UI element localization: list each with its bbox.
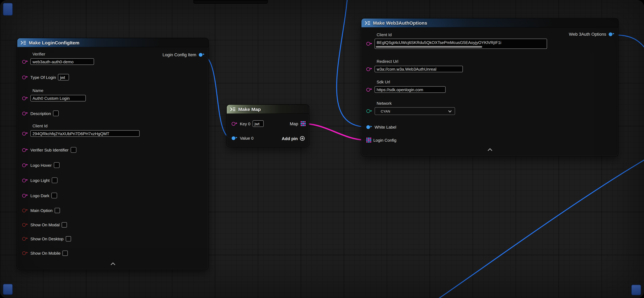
field-label: Login Config <box>373 138 396 142</box>
output-label: Login Config Item <box>162 52 196 57</box>
client-id-value: BEglQSgt4cUWcj6SKRdu5QkOXTsePmMcusG5EAoy… <box>376 40 545 45</box>
white-label-pin[interactable] <box>366 125 373 129</box>
show-on-mobile-checkbox[interactable] <box>63 250 68 256</box>
node-make-web3authoptions[interactable]: Make Web3AuthOptions Web 3Auth Options C… <box>362 18 618 156</box>
description-pin[interactable] <box>22 111 28 116</box>
client-id-pin[interactable] <box>366 42 373 46</box>
node-header[interactable]: Make Map <box>227 105 309 114</box>
network-dropdown[interactable]: CYAN <box>374 107 455 115</box>
sdk-url-pin[interactable] <box>366 87 373 92</box>
output-label: Map <box>290 121 298 126</box>
web3auth-options-out-pin[interactable] <box>608 32 615 36</box>
field-label: Show On Modal <box>30 222 60 227</box>
field-logo-light: Logo Light <box>22 176 57 184</box>
node-make-loginconfigitem[interactable]: Make LoginConfigItem Login Config Item V… <box>17 38 208 270</box>
verifier-pin[interactable] <box>22 60 28 64</box>
key-0-input[interactable] <box>252 120 264 127</box>
chevron-up-icon <box>110 262 115 265</box>
network-selected-value: CYAN <box>381 109 390 113</box>
field-network: Network CYAN <box>366 101 455 115</box>
field-login-config: Login Config <box>366 136 396 144</box>
node-header[interactable]: Make Web3AuthOptions <box>362 18 618 28</box>
show-on-modal-pin[interactable] <box>22 222 28 227</box>
verifier-sub-identifier-input[interactable] <box>70 147 76 153</box>
blueprint-graph-canvas[interactable]: Make LoginConfigItem Login Config Item V… <box>0 0 644 298</box>
field-label: White Label <box>374 125 396 129</box>
show-on-desktop-checkbox[interactable] <box>66 236 71 241</box>
name-pin[interactable] <box>22 96 28 100</box>
field-client-id: Client Id <box>22 124 140 137</box>
redirect-url-input[interactable] <box>374 66 463 72</box>
client-id-scrollbar[interactable] <box>376 46 482 48</box>
client-id-pin[interactable] <box>22 131 28 136</box>
field-label: Type Of Login <box>30 75 56 80</box>
add-pin-button[interactable]: Add pin <box>282 135 305 142</box>
client-id-input[interactable]: BEglQSgt4cUWcj6SKRdu5QkOXTsePmMcusG5EAoy… <box>374 39 547 49</box>
verifier-sub-identifier-pin[interactable] <box>22 148 28 152</box>
node-title: Make Web3AuthOptions <box>373 20 427 25</box>
main-option-checkbox[interactable] <box>54 208 60 213</box>
logo-dark-input[interactable] <box>52 193 57 198</box>
field-show-on-modal: Show On Modal <box>22 221 67 228</box>
field-client-id: Client Id BEglQSgt4cUWcj6SKRdu5QkOXTsePm… <box>366 32 547 49</box>
logo-light-input[interactable] <box>52 177 57 183</box>
field-logo-dark: Logo Dark <box>22 192 57 199</box>
logo-hover-input[interactable] <box>54 162 60 168</box>
field-label: Client Id <box>32 124 140 128</box>
chevron-up-icon <box>487 148 492 151</box>
main-option-pin[interactable] <box>22 208 28 212</box>
show-on-mobile-pin[interactable] <box>22 251 28 255</box>
sdk-url-input[interactable] <box>374 86 446 93</box>
client-id-input[interactable] <box>30 130 140 137</box>
logo-dark-pin[interactable] <box>22 193 28 198</box>
field-label: Logo Hover <box>30 163 52 168</box>
logo-hover-pin[interactable] <box>22 163 28 168</box>
field-label: Network <box>376 101 455 106</box>
offscreen-node-bottom-left[interactable] <box>3 284 12 295</box>
field-label: Redirect Url <box>376 59 463 64</box>
field-main-option: Main Option <box>22 207 60 214</box>
login-config-item-out-pin[interactable] <box>199 52 205 57</box>
field-value-0: Value 0 <box>232 134 254 142</box>
collapse-button[interactable] <box>110 262 116 265</box>
plus-circle-icon <box>300 136 305 141</box>
map-out-pin[interactable] <box>301 121 306 126</box>
show-on-desktop-pin[interactable] <box>22 236 28 241</box>
type-of-login-pin[interactable] <box>22 75 28 80</box>
field-label: Verifier <box>32 52 94 57</box>
field-key-0: Key 0 <box>232 120 264 127</box>
field-logo-hover: Logo Hover <box>22 162 60 169</box>
value-0-pin[interactable] <box>232 136 238 140</box>
output-login-config-item: Login Config Item <box>162 52 205 57</box>
blueprint-editor: Make LoginConfigItem Login Config Item V… <box>0 0 644 298</box>
make-map-icon <box>230 107 236 111</box>
field-label: Main Option <box>30 208 52 212</box>
type-of-login-input[interactable] <box>58 74 69 80</box>
node-header[interactable]: Make LoginConfigItem <box>17 38 208 47</box>
field-show-on-desktop: Show On Desktop <box>22 235 71 242</box>
redirect-url-pin[interactable] <box>366 67 373 71</box>
output-web3auth-options: Web 3Auth Options <box>569 32 615 37</box>
network-pin[interactable] <box>366 109 373 113</box>
offscreen-node-top-left[interactable] <box>3 3 12 16</box>
field-label: Description <box>30 111 51 116</box>
collapse-button[interactable] <box>487 148 493 151</box>
field-label: Show On Desktop <box>30 236 64 241</box>
logo-light-pin[interactable] <box>22 178 28 182</box>
field-verifier-sub-identifier: Verifier Sub Identifier <box>22 146 76 154</box>
field-label: Key 0 <box>240 122 250 126</box>
field-label: Logo Dark <box>30 193 50 198</box>
verifier-input[interactable] <box>30 58 94 65</box>
field-name: Name <box>22 88 86 102</box>
wire-bottom-right-diagonal[interactable] <box>432 152 644 298</box>
node-make-map[interactable]: Make Map Key 0 Map Value 0 Add pin <box>227 105 309 147</box>
field-show-on-mobile: Show On Mobile <box>22 249 68 257</box>
login-config-pin[interactable] <box>366 138 372 142</box>
description-input[interactable] <box>53 110 59 116</box>
key-0-pin[interactable] <box>232 122 238 126</box>
add-pin-label: Add pin <box>282 136 298 141</box>
offscreen-node-top[interactable] <box>194 0 268 4</box>
show-on-modal-checkbox[interactable] <box>62 222 67 227</box>
name-input[interactable] <box>30 95 86 102</box>
offscreen-node-bottom-right[interactable] <box>631 284 641 295</box>
